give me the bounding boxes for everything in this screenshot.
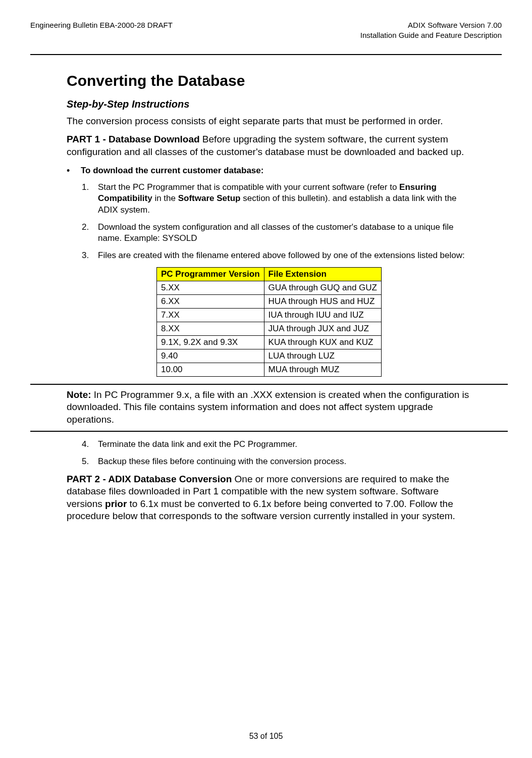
table-cell: KUA through KUX and KUZ [264, 335, 381, 349]
table-cell: 6.XX [157, 294, 264, 308]
step1-b2: Software Setup [178, 193, 241, 203]
table-header-extension: File Extension [264, 267, 381, 281]
note-lead: Note: [67, 389, 91, 400]
bullet-dot: • [67, 165, 81, 177]
step1-mid: in the [152, 193, 178, 203]
step-number: 1. [82, 182, 98, 215]
table-cell: JUA through JUX and JUZ [264, 322, 381, 335]
table-row: 8.XXJUA through JUX and JUZ [157, 322, 382, 335]
table-cell: IUA through IUU and IUZ [264, 308, 381, 322]
table-cell: HUA through HUS and HUZ [264, 294, 381, 308]
table-cell: 5.XX [157, 281, 264, 294]
part2-lead: PART 2 - ADIX Database Conversion [67, 474, 232, 484]
steps-list-b: 4. Terminate the data link and exit the … [67, 439, 471, 467]
table-cell: MUA through MUZ [264, 363, 381, 376]
table-header-row: PC Programmer Version File Extension [157, 267, 382, 281]
page: Engineering Bulletin EBA-2000-28 DRAFT A… [0, 0, 532, 758]
part2-heading: PART 2 - ADIX Database Conversion One or… [67, 473, 471, 522]
header-left: Engineering Bulletin EBA-2000-28 DRAFT [30, 20, 173, 30]
step-text: Terminate the data link and exit the PC … [98, 439, 471, 450]
page-title: Converting the Database [67, 72, 471, 89]
part2-bold: prior [105, 498, 127, 509]
page-footer: 53 of 105 [0, 732, 532, 741]
table-row: 9.40LUA through LUZ [157, 349, 382, 363]
step-number: 5. [82, 456, 98, 467]
step-number: 3. [82, 250, 98, 261]
table-row: 7.XXIUA through IUU and IUZ [157, 308, 382, 322]
steps-list-a: 1. Start the PC Programmer that is compa… [67, 182, 471, 261]
section-subtitle: Step-by-Step Instructions [67, 98, 471, 110]
intro-paragraph: The conversion process consists of eight… [67, 115, 471, 127]
part1-lead: PART 1 - Database Download [67, 134, 200, 144]
table-row: 6.XXHUA through HUS and HUZ [157, 294, 382, 308]
table-row: 10.00MUA through MUZ [157, 363, 382, 376]
table-cell: LUA through LUZ [264, 349, 381, 363]
table-row: 9.1X, 9.2X and 9.3XKUA through KUX and K… [157, 335, 382, 349]
note-block: Note: In PC Programmer 9.x, a file with … [30, 384, 508, 432]
step-4: 4. Terminate the data link and exit the … [82, 439, 471, 450]
step-text: Start the PC Programmer that is compatib… [98, 182, 471, 215]
header-right-line2: Installation Guide and Feature Descripti… [360, 30, 502, 40]
note-text: In PC Programmer 9.x, a file with an .XX… [67, 389, 469, 425]
step-1: 1. Start the PC Programmer that is compa… [82, 182, 471, 215]
bullet-heading-row: • To download the current customer datab… [67, 165, 471, 177]
step-text: Backup these files before continuing wit… [98, 456, 471, 467]
table-cell: GUA through GUQ and GUZ [264, 281, 381, 294]
step-5: 5. Backup these files before continuing … [82, 456, 471, 467]
table-cell: 9.1X, 9.2X and 9.3X [157, 335, 264, 349]
part1-heading: PART 1 - Database Download Before upgrad… [67, 133, 471, 158]
table-cell: 8.XX [157, 322, 264, 335]
step-text: Download the system configuration and al… [98, 222, 471, 244]
table-row: 5.XXGUA through GUQ and GUZ [157, 281, 382, 294]
table-cell: 7.XX [157, 308, 264, 322]
table-cell: 10.00 [157, 363, 264, 376]
step-2: 2. Download the system configuration and… [82, 222, 471, 244]
header-right: ADIX Software Version 7.00 Installation … [360, 20, 502, 40]
content: Converting the Database Step-by-Step Ins… [30, 72, 502, 522]
step1-pre: Start the PC Programmer that is compatib… [98, 182, 399, 192]
step-number: 4. [82, 439, 98, 450]
file-extension-table: PC Programmer Version File Extension 5.X… [156, 267, 382, 377]
page-header: Engineering Bulletin EBA-2000-28 DRAFT A… [30, 20, 502, 40]
header-rule [30, 54, 502, 55]
step-text: Files are created with the filename ente… [98, 250, 471, 261]
step-number: 2. [82, 222, 98, 244]
table-header-version: PC Programmer Version [157, 267, 264, 281]
header-right-line1: ADIX Software Version 7.00 [360, 20, 502, 30]
step-3: 3. Files are created with the filename e… [82, 250, 471, 261]
bullet-heading: To download the current customer databas… [81, 165, 263, 177]
table-cell: 9.40 [157, 349, 264, 363]
